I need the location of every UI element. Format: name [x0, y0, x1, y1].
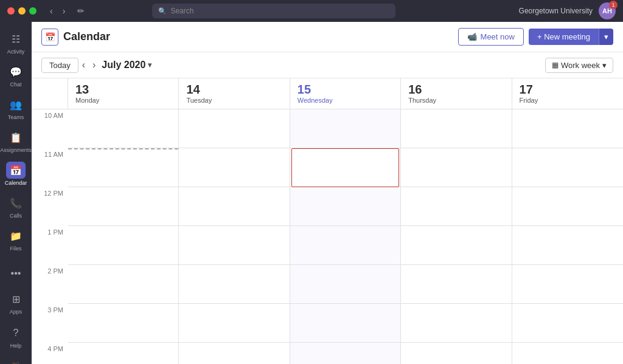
sidebar-item-calls[interactable]: 📞 Calls	[1, 191, 30, 222]
search-bar: 🔍	[152, 4, 395, 18]
more-icon-wrap: •••	[6, 265, 26, 282]
wed-slot-12pm[interactable]	[290, 187, 400, 226]
fri-slot-1pm[interactable]	[512, 226, 623, 265]
org-name: Georgetown University	[519, 7, 593, 15]
tue-slot-11am[interactable]	[179, 148, 289, 187]
wed-slot-10am[interactable]	[290, 109, 400, 148]
tue-slot-3pm[interactable]	[179, 304, 289, 343]
calendar-area: 📅 Calendar 📹 Meet now + New meeting ▾	[32, 22, 623, 364]
thu-slot-3pm[interactable]	[401, 304, 511, 343]
sidebar-item-assignments[interactable]: 📋 Assignments	[1, 125, 30, 157]
wed-slot-4pm[interactable]	[290, 343, 400, 364]
chat-icon: 💬	[10, 66, 22, 78]
tue-slot-10am[interactable]	[179, 109, 289, 148]
edit-button[interactable]: ✏	[74, 5, 88, 17]
month-text: July 2020	[102, 60, 145, 70]
tue-slot-4pm[interactable]	[179, 343, 289, 364]
month-label[interactable]: July 2020 ▾	[102, 60, 151, 70]
calendar-header-icon: 📅	[45, 32, 55, 42]
assignments-icon: 📋	[10, 132, 22, 143]
mon-slot-4pm[interactable]	[68, 343, 178, 364]
fri-slot-3pm[interactable]	[512, 304, 623, 343]
sidebar-item-activity[interactable]: ☷ Activity	[1, 27, 30, 58]
thu-slot-2pm[interactable]	[401, 265, 511, 304]
mon-slot-2pm[interactable]	[68, 265, 178, 304]
sidebar-label-activity: Activity	[7, 49, 25, 55]
teams-icon: 👥	[10, 99, 22, 111]
mon-slot-1pm[interactable]	[68, 226, 178, 265]
wed-slot-3pm[interactable]	[290, 304, 400, 343]
sidebar-label-chat: Chat	[10, 81, 21, 88]
mon-slot-11am[interactable]	[68, 148, 178, 187]
fri-slot-10am[interactable]	[512, 109, 623, 148]
new-meeting-button[interactable]: + New meeting	[529, 29, 599, 45]
mon-slot-3pm[interactable]	[68, 304, 178, 343]
next-week-button[interactable]: ›	[89, 57, 99, 73]
day-col-mon[interactable]	[68, 109, 179, 364]
thu-slot-11am[interactable]	[401, 148, 511, 187]
view-selector-button[interactable]: ▦ Work week ▾	[545, 58, 613, 73]
new-meeting-dropdown-button[interactable]: ▾	[599, 29, 613, 45]
maximize-button[interactable]	[29, 7, 37, 15]
notification-badge[interactable]: AH 1	[599, 2, 616, 19]
sidebar-item-chat[interactable]: 💬 Chat	[1, 60, 30, 91]
thu-slot-4pm[interactable]	[401, 343, 511, 364]
prev-week-button[interactable]: ‹	[78, 57, 89, 73]
day-header-thu: 16 Thursday	[401, 78, 512, 109]
sidebar-item-teams[interactable]: 👥 Teams	[1, 92, 30, 124]
close-button[interactable]	[7, 7, 15, 15]
tue-slot-12pm[interactable]	[179, 187, 289, 226]
thu-slot-1pm[interactable]	[401, 226, 511, 265]
wed-slot-2pm[interactable]	[290, 265, 400, 304]
mon-slot-12pm[interactable]	[68, 187, 178, 226]
teams-icon-wrap: 👥	[6, 96, 26, 113]
sidebar-item-calendar[interactable]: 📅 Calendar	[1, 158, 30, 190]
fri-slot-12pm[interactable]	[512, 187, 623, 226]
sidebar-label-files: Files	[10, 246, 21, 252]
calendar-title: Calendar	[63, 30, 110, 43]
tue-slot-1pm[interactable]	[179, 226, 289, 265]
wed-slot-1pm[interactable]	[290, 226, 400, 265]
back-button[interactable]: ‹	[46, 5, 57, 17]
time-labels-col: 10 AM 11 AM 12 PM 1 PM 2 PM 3 PM 4 PM	[32, 109, 68, 364]
sidebar-item-apps[interactable]: ⊞ Apps	[1, 287, 30, 318]
files-icon-wrap: 📁	[6, 227, 26, 244]
event-placeholder[interactable]	[291, 148, 399, 187]
day-number-mon: 13	[75, 83, 171, 95]
thu-slot-10am[interactable]	[401, 109, 511, 148]
meet-now-button[interactable]: 📹 Meet now	[458, 28, 524, 46]
day-col-tue[interactable]	[179, 109, 290, 364]
forward-button[interactable]: ›	[59, 5, 69, 17]
search-input[interactable]	[170, 7, 389, 15]
sidebar-item-files[interactable]: 📁 Files	[1, 224, 30, 255]
fri-slot-4pm[interactable]	[512, 343, 623, 364]
today-button[interactable]: Today	[41, 58, 78, 73]
day-col-fri[interactable]	[512, 109, 623, 364]
sidebar-item-more[interactable]: •••	[1, 261, 30, 286]
activity-icon: ☷	[12, 33, 20, 45]
day-header-mon: 13 Monday	[68, 78, 179, 109]
fri-slot-2pm[interactable]	[512, 265, 623, 304]
tue-slot-2pm[interactable]	[179, 265, 289, 304]
app-body: ☷ Activity 💬 Chat 👥 Teams 📋 Assignments …	[0, 22, 623, 364]
day-name-wed: Wednesday	[298, 97, 393, 104]
day-number-fri: 17	[520, 83, 616, 95]
view-mode-label: Work week	[561, 61, 600, 70]
nav-buttons: ‹ ›	[46, 5, 69, 17]
day-number-thu: 16	[408, 83, 504, 95]
day-col-thu[interactable]	[401, 109, 512, 364]
time-grid: 10 AM 11 AM 12 PM 1 PM 2 PM 3 PM 4 PM	[32, 109, 623, 364]
wed-slot-11am[interactable]	[290, 148, 400, 187]
mon-slot-10am[interactable]	[68, 109, 178, 148]
calendar-icon: 📅	[10, 165, 22, 176]
minimize-button[interactable]	[18, 7, 26, 15]
day-col-wed[interactable]	[290, 109, 401, 364]
new-meeting-label: + New meeting	[537, 32, 590, 41]
sidebar-item-mobile[interactable]: 📱	[1, 355, 30, 364]
thu-slot-12pm[interactable]	[401, 187, 511, 226]
traffic-lights	[7, 7, 37, 15]
sidebar-item-help[interactable]: ? Help	[1, 321, 30, 352]
sidebar-label-teams: Teams	[8, 114, 24, 120]
fri-slot-11am[interactable]	[512, 148, 623, 187]
day-name-thu: Thursday	[408, 97, 504, 104]
